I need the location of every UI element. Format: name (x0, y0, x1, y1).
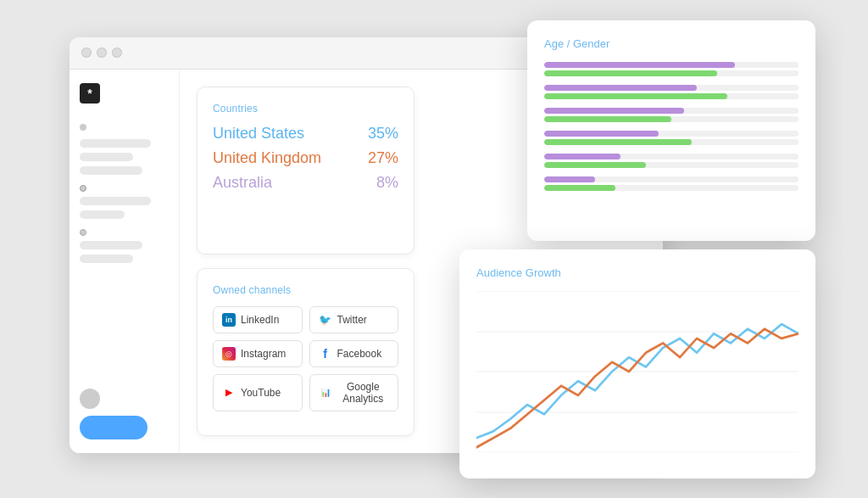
age-bar-row-5 (544, 154, 798, 168)
channel-twitter[interactable]: 🐦 Twitter (309, 306, 399, 333)
sidebar-dot-2 (80, 229, 86, 236)
instagram-label: Instagram (241, 348, 286, 360)
bar-track-purple-6 (544, 176, 798, 182)
bar-fill-purple-2 (544, 85, 697, 91)
linkedin-icon: in (222, 313, 236, 327)
analytics-icon: 📊 (319, 386, 332, 400)
bar-track-green-5 (544, 162, 798, 168)
channel-youtube[interactable]: ▶ YouTube (213, 374, 303, 411)
country-row-uk: United Kingdom 27% (213, 149, 398, 167)
sidebar-skeleton-4 (80, 197, 151, 205)
channel-instagram[interactable]: ◎ Instagram (213, 340, 303, 367)
twitter-label: Twitter (337, 314, 367, 326)
sidebar: * (70, 70, 180, 453)
sidebar-bottom (80, 389, 169, 439)
youtube-label: YouTube (241, 387, 281, 399)
country-name-us: United States (213, 125, 304, 143)
scene: * (53, 20, 815, 478)
linkedin-label: LinkedIn (241, 314, 279, 326)
sidebar-logo: * (80, 83, 100, 104)
sidebar-dot (80, 124, 86, 131)
channel-linkedin[interactable]: in LinkedIn (213, 306, 303, 333)
instagram-icon: ◎ (222, 347, 236, 361)
bar-fill-purple-1 (544, 62, 735, 68)
age-bar-row-1 (544, 62, 798, 76)
bar-fill-purple-3 (544, 108, 684, 114)
facebook-icon: f (319, 347, 332, 361)
bar-track-green-4 (544, 139, 798, 145)
bar-track-green-2 (544, 93, 798, 99)
maximize-button[interactable] (112, 48, 122, 58)
sidebar-section-lower (80, 229, 169, 263)
country-pct-uk: 27% (368, 149, 398, 167)
bar-fill-purple-6 (544, 176, 595, 182)
country-pct-au: 8% (376, 174, 398, 192)
sidebar-skeleton-2 (80, 153, 133, 161)
country-row-us: United States 35% (213, 125, 398, 143)
bar-track-purple-1 (544, 62, 798, 68)
sidebar-section-mid (80, 185, 169, 219)
channel-analytics[interactable]: 📊 Google Analytics (309, 374, 399, 411)
age-gender-title: Age / Gender (544, 37, 798, 50)
analytics-label: Google Analytics (337, 381, 390, 405)
bar-fill-green-2 (544, 93, 727, 99)
channels-card-title: Owned channels (213, 284, 398, 296)
bar-track-green-3 (544, 116, 798, 122)
bar-fill-green-6 (544, 185, 615, 191)
bar-track-purple-3 (544, 108, 798, 114)
facebook-label: Facebook (337, 348, 382, 360)
bar-fill-purple-5 (544, 154, 620, 159)
age-bar-row-4 (544, 131, 798, 145)
channels-grid: in LinkedIn 🐦 Twitter ◎ Instagram (213, 306, 398, 411)
country-name-au: Australia (213, 174, 272, 192)
bar-fill-green-4 (544, 139, 692, 145)
age-bar-row-6 (544, 176, 798, 191)
bar-track-green-6 (544, 185, 798, 191)
age-gender-panel: Age / Gender (527, 20, 815, 241)
age-bar-row-2 (544, 85, 798, 99)
close-button[interactable] (81, 48, 92, 58)
orange-line (476, 328, 798, 447)
bar-fill-green-1 (544, 70, 717, 76)
sidebar-skeleton-1 (80, 139, 151, 148)
sidebar-active-dot (80, 185, 86, 192)
channels-card: Owned channels in LinkedIn 🐦 Twitter ◎ (197, 268, 415, 436)
channel-facebook[interactable]: f Facebook (309, 340, 399, 367)
audience-growth-title: Audience Growth (476, 266, 798, 279)
audience-chart-svg (476, 291, 798, 452)
country-row-au: Australia 8% (213, 174, 398, 192)
sidebar-cta-button[interactable] (80, 416, 147, 439)
sidebar-section-top (80, 120, 169, 175)
country-name-uk: United Kingdom (213, 149, 321, 167)
sidebar-skeleton-3 (80, 166, 142, 175)
youtube-icon: ▶ (222, 386, 236, 400)
audience-growth-panel: Audience Growth (459, 249, 815, 478)
minimize-button[interactable] (97, 48, 107, 58)
sidebar-skeleton-6 (80, 241, 142, 249)
sidebar-skeleton-7 (80, 255, 133, 263)
countries-card-title: Countries (213, 103, 398, 115)
bar-track-purple-4 (544, 131, 798, 137)
age-gender-rows (544, 62, 798, 191)
age-bar-row-3 (544, 108, 798, 122)
audience-chart (476, 291, 798, 452)
bar-fill-purple-4 (544, 131, 659, 137)
countries-card: Countries United States 35% United Kingd… (197, 87, 415, 255)
bar-track-purple-2 (544, 85, 798, 91)
bar-track-purple-5 (544, 154, 798, 159)
traffic-lights (81, 48, 122, 58)
bar-fill-green-5 (544, 162, 646, 168)
country-pct-us: 35% (368, 125, 398, 143)
sidebar-skeleton-5 (80, 210, 125, 219)
twitter-icon: 🐦 (319, 313, 332, 327)
sidebar-avatar (80, 389, 100, 409)
bar-track-green-1 (544, 70, 798, 76)
bar-fill-green-3 (544, 116, 671, 122)
